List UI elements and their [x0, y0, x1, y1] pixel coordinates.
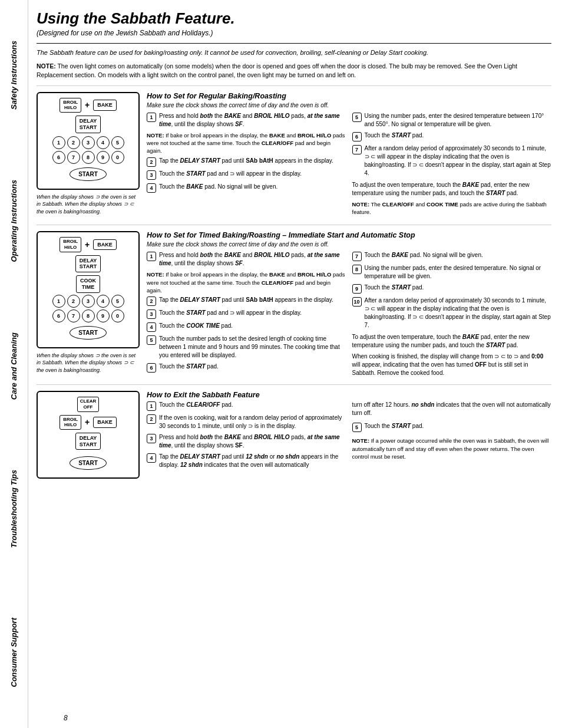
- step-text: Tap the DELAY START pad until SAb bAtH a…: [159, 157, 333, 165]
- note-bottom-1: NOTE: The CLEAR/OFF and COOK TIME pads a…: [352, 200, 552, 216]
- step-num: 1: [147, 113, 156, 122]
- number-row-2b: 6 7 8 9 0: [44, 309, 133, 322]
- delay-start-btn-2: DELAYSTART: [75, 255, 101, 273]
- step-text: Touch the COOK TIME pad.: [159, 322, 233, 330]
- step-text: Using the number pads, enter the desired…: [365, 112, 552, 129]
- step-item: 2 Tap the DELAY START pad until SAb bAtH…: [147, 157, 346, 167]
- num-0-2: 0: [111, 309, 124, 322]
- delay-start-btn-3: DELAYSTART: [75, 433, 101, 450]
- start-btn-3: START: [70, 456, 107, 470]
- section2-steps-left: 1 Press and hold both the BAKE and BROIL…: [147, 251, 346, 377]
- sidebar-care: Care and Cleaning: [9, 328, 18, 404]
- step-item: 10 After a random delay period of approx…: [352, 297, 552, 330]
- step-item: 5 Using the number pads, enter the desir…: [352, 112, 552, 129]
- num-4-2: 4: [97, 295, 110, 308]
- step-item: 3 Touch the START pad and ⊃ will appear …: [147, 170, 346, 180]
- step-num: 2: [147, 297, 156, 306]
- num-2-2: 2: [67, 295, 80, 308]
- step-text: Touch the CLEAR/OFF pad.: [159, 401, 233, 409]
- step-continuation: turn off after 12 hours. no shdn indicat…: [352, 401, 552, 417]
- oven-panel-3: CLEAROFF BROILHI/LO + BAKE DELAYSTART ST…: [37, 391, 140, 479]
- step-text: Touch the BAKE pad. No signal will be gi…: [159, 183, 277, 191]
- bake-btn-2: BAKE: [93, 239, 117, 251]
- sidebar-troubleshooting: Troubleshooting Tips: [9, 465, 18, 552]
- step-num: 1: [147, 252, 156, 261]
- step-text: Touch the START pad and ⊃ will appear in…: [159, 170, 302, 178]
- step-num: 5: [147, 335, 156, 345]
- plus-1: +: [85, 100, 90, 110]
- step-text: Touch the START pad and ⊃ will appear in…: [159, 309, 302, 317]
- section1-title: How to Set for Regular Baking/Roasting: [147, 92, 551, 100]
- bake-btn-1: BAKE: [93, 100, 117, 111]
- section1-subtitle: Make sure the clock shows the correct ti…: [147, 102, 551, 108]
- section2-steps: 1 Press and hold both the BAKE and BROIL…: [147, 251, 551, 377]
- step-item: 5 Touch the number pads to set the desir…: [147, 335, 346, 360]
- section3-row: CLEAROFF BROILHI/LO + BAKE DELAYSTART ST…: [37, 384, 551, 482]
- step-item: 9 Touch the START pad.: [352, 284, 552, 294]
- page-subtitle: (Designed for use on the Jewish Sabbath …: [37, 29, 551, 37]
- section1-steps-left: 1 Press and hold both the BAKE and BROIL…: [147, 112, 346, 218]
- step-num: 2: [147, 157, 156, 167]
- section2-caption: When the display shows ⊃ the oven is set…: [37, 352, 140, 374]
- step-text: Using the number pads, enter the desired…: [365, 264, 552, 281]
- step-item: 8 Using the number pads, enter the desir…: [352, 264, 552, 281]
- num-7-2: 7: [67, 309, 80, 322]
- num-8-1: 8: [82, 151, 95, 164]
- section3-steps: 1 Touch the CLEAR/OFF pad. 2 If the oven…: [147, 401, 551, 472]
- clear-off-btn: CLEAROFF: [77, 397, 100, 411]
- oven-panel-2: BROILHI/LO + BAKE DELAYSTART COOKTIME 1 …: [37, 231, 140, 348]
- step-item: 2 Tap the DELAY START pad until SAb bAtH…: [147, 296, 346, 306]
- section2-instructions: How to Set for Timed Baking/Roasting – I…: [147, 231, 551, 377]
- num-1-2: 1: [52, 295, 65, 308]
- num-4-1: 4: [97, 136, 110, 149]
- section2-row: BROILHI/LO + BAKE DELAYSTART COOKTIME 1 …: [37, 225, 551, 377]
- step-text: Touch the BAKE pad. No signal will be gi…: [365, 251, 483, 259]
- step-num: 2: [147, 414, 156, 424]
- oven-panel-1: BROILHI/LO + BAKE DELAYSTART 1 2 3 4 5 6…: [37, 92, 140, 190]
- step-num: 3: [147, 170, 156, 180]
- step-item: 6 Touch the START pad.: [352, 131, 552, 141]
- section2-subtitle: Make sure the clock shows the correct ti…: [147, 241, 551, 248]
- start-btn-1: START: [70, 167, 107, 181]
- section1-steps-right: 5 Using the number pads, enter the desir…: [352, 112, 552, 218]
- step-text: Touch the START pad.: [365, 131, 424, 140]
- step-text: Press and hold both the BAKE and BROIL H…: [159, 433, 346, 450]
- delay-start-btn-1: DELAYSTART: [75, 116, 101, 133]
- start-btn-2: START: [70, 326, 107, 340]
- step-num: 3: [147, 309, 156, 319]
- num-2-1: 2: [67, 136, 80, 149]
- step-item: 6 Touch the START pad.: [147, 363, 346, 373]
- page-number: 8: [64, 714, 68, 722]
- num-5-1: 5: [111, 136, 124, 149]
- step-item: 7 Touch the BAKE pad. No signal will be …: [352, 251, 552, 261]
- intro-text: The Sabbath feature can be used for baki…: [37, 48, 551, 57]
- note-bottom-3: NOTE: If a power outage occurred while t…: [352, 437, 552, 460]
- step-num: 4: [147, 183, 156, 193]
- section1-instructions: How to Set for Regular Baking/Roasting M…: [147, 92, 551, 218]
- step-text: After a random delay period of approxima…: [365, 144, 552, 177]
- section3-instructions: How to Exit the Sabbath Feature 1 Touch …: [147, 391, 551, 482]
- num-1-1: 1: [52, 136, 65, 149]
- step-num: 10: [352, 297, 362, 307]
- step-num: 4: [147, 453, 156, 463]
- number-row-1b: 6 7 8 9 0: [44, 151, 133, 164]
- number-row-2a: 1 2 3 4 5: [44, 295, 133, 308]
- note-content: The oven light comes on automatically (o…: [37, 62, 517, 78]
- section1-steps: 1 Press and hold both the BAKE and BROIL…: [147, 112, 551, 218]
- bake-btn-3: BAKE: [93, 417, 117, 428]
- plus-3: +: [85, 417, 90, 427]
- step-num: 6: [147, 363, 156, 373]
- step-note: NOTE: If bake or broil appears in the di…: [147, 131, 346, 155]
- num-8-2: 8: [82, 309, 95, 322]
- step-item: 4 Touch the BAKE pad. No signal will be …: [147, 183, 346, 193]
- step-text: Touch the number pads to set the desired…: [159, 335, 346, 360]
- step-text: Touch the START pad.: [159, 363, 219, 371]
- cook-time-btn: COOKTIME: [76, 275, 100, 293]
- step-text: After a random delay period of approxima…: [365, 297, 552, 330]
- step-num: 8: [352, 265, 362, 274]
- section2-title: How to Set for Timed Baking/Roasting – I…: [147, 231, 551, 239]
- sidebar-safety: Safety Instructions: [9, 36, 18, 114]
- step-item: 3 Press and hold both the BAKE and BROIL…: [147, 433, 346, 450]
- num-6-2: 6: [52, 309, 65, 322]
- section2-steps-right: 7 Touch the BAKE pad. No signal will be …: [352, 251, 552, 377]
